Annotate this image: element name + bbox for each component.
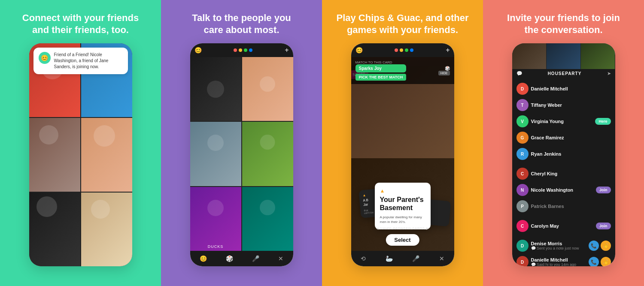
friend-sub-danielle-m2: 💬 Said hi to you 14m ago (531, 262, 586, 266)
pick-best-btn[interactable]: PICK THE BEST MATCH (355, 74, 407, 81)
badge-join-nicole[interactable]: Join (596, 187, 611, 193)
friend-grace-ramirez: G Grace Ramirez (512, 129, 615, 146)
strip-cell-2 (547, 43, 580, 69)
topbar-emoji-3: 😊 (355, 47, 363, 54)
friend-name-tiffany: Tiffany Weber (531, 102, 611, 108)
avatar-danielle-m2: D (516, 256, 529, 266)
friend-patrick-barnes: P Patrick Barnes (512, 198, 615, 214)
friend-info-danielle-m: Danielle Mitchell (531, 86, 611, 91)
strip-cell-1 (512, 43, 546, 69)
card-yellow-mark: ▲ (380, 188, 425, 194)
panel-4-title: Invite your friends to join the conversa… (507, 12, 620, 36)
topbar-dots-3 (395, 48, 413, 52)
avatar-denise: D (516, 240, 529, 252)
card-desc: A popular dwelling for many men in their… (380, 215, 425, 224)
dot-yellow (239, 48, 242, 52)
friend-carolyn-may: C Carolyn May Join (512, 218, 615, 234)
panel-1-title: Connect with your friends and their frie… (22, 12, 139, 36)
friend-info-carolyn: Carolyn May (531, 223, 593, 229)
friend-name-denise: Denise Morris (531, 241, 586, 246)
toolbar-swan[interactable]: 🦢 (386, 255, 393, 262)
call-cell-4 (242, 122, 293, 186)
divider-2 (512, 214, 615, 218)
friends-list: D Danielle Mitchell T Tiffany Weber V Vi… (512, 78, 615, 266)
phone-4: 💬 HOUSEPARTY ➤ D Danielle Mitchell T Tif… (512, 43, 615, 266)
video-cell-6 (81, 193, 132, 266)
call-cell-2 (242, 57, 293, 121)
danielle-m2-actions: 📞 👋 (589, 257, 611, 266)
friend-tiffany-weber: T Tiffany Weber (512, 97, 615, 113)
video-grid: 😊 Friend of a Friend! Nicole Washington,… (29, 43, 132, 266)
friend-virginia-young: V Virginia Young Here (512, 113, 615, 129)
strip-cell-3 (581, 43, 615, 69)
avatar-grace: G (516, 132, 529, 144)
select-btn[interactable]: Select (386, 234, 419, 246)
dot-green-3 (405, 48, 408, 52)
phone-toolbar-2: 😊 🎲 🎤 ✕ (190, 251, 293, 266)
topbar-plus-3[interactable]: + (446, 46, 450, 54)
friend-sub-denise: 💬 Sent you a note just now (531, 246, 586, 250)
danielle-m2-phone-btn[interactable]: 📞 (589, 257, 599, 266)
toolbar-close[interactable]: ✕ (278, 255, 283, 262)
danielle-m2-wave-btn[interactable]: 👋 (601, 257, 611, 266)
toolbar-rotate[interactable]: ⟲ (361, 255, 366, 262)
call-cell-3 (190, 122, 241, 186)
panel-connect: Connect with your friends and their frie… (0, 0, 161, 286)
friend-danielle-m2: D Danielle Mitchell 💬 Said hi to you 14m… (512, 254, 615, 266)
friend-denise-morris: D Denise Morris 💬 Sent you a note just n… (512, 238, 615, 254)
topbar-dots (234, 48, 252, 52)
panel-game: Play Chips & Guac, and other games with … (322, 0, 483, 286)
divider-1 (512, 162, 615, 166)
friend-info-denise: Denise Morris 💬 Sent you a note just now (531, 241, 586, 250)
toolbar-close-3[interactable]: ✕ (439, 255, 444, 262)
toolbar-dice[interactable]: 🎲 (226, 255, 233, 262)
divider-3 (512, 234, 615, 238)
avatar-patrick: P (516, 200, 529, 212)
friend-name-virginia: Virginia Young (531, 119, 593, 124)
friend-name-patrick: Patrick Barnes (531, 204, 611, 209)
phone-topbar-3: 😊 + (351, 43, 454, 57)
notif-text: Friend of a Friend! Nicole Washington, a… (54, 52, 123, 70)
dot-red-3 (395, 48, 398, 52)
panel-invite: Invite your friends to join the conversa… (483, 0, 644, 286)
game-top-bar: MATCH TO THIS CARD Sparks Joy PICK THE B… (351, 57, 454, 84)
friend-name-carolyn: Carolyn May (531, 223, 593, 229)
friend-name-grace: Grace Ramirez (531, 135, 611, 140)
card-white: ▲ Your Parent's Basement A popular dwell… (375, 183, 431, 229)
friend-info-virginia: Virginia Young (531, 119, 593, 124)
match-label: MATCH TO THIS CARD (355, 60, 407, 64)
swipe-label: ◀ SWIPE BETWEEN CARDS ▶ (376, 227, 428, 230)
toolbar-smiley[interactable]: 😊 (200, 255, 207, 262)
friend-ryan-jenkins: R Ryan Jenkins (512, 146, 615, 162)
toolbar-mic-3[interactable]: 🎤 (412, 255, 419, 262)
denise-phone-btn[interactable]: 📞 (589, 241, 599, 251)
panel-talk: Talk to the people you care about most. … (161, 0, 322, 286)
friend-name-nicole: Nicole Washington (531, 187, 593, 193)
panel-3-title: Play Chips & Guac, and other games with … (336, 12, 468, 36)
friend-name-danielle-m: Danielle Mitchell (531, 86, 611, 91)
phone-topbar-2: 😊 + (190, 43, 293, 57)
friend-info-danielle-m2: Danielle Mitchell 💬 Said hi to you 14m a… (531, 257, 586, 266)
friend-name-cheryl: Cheryl King (531, 171, 611, 176)
call-grid: DUCKS (190, 57, 293, 251)
friend-danielle-mitchell: D Danielle Mitchell (512, 81, 615, 97)
badge-here-virginia: Here (595, 118, 611, 125)
video-cell-4 (81, 118, 132, 192)
header-icon-left: 💬 (516, 71, 522, 76)
badge-join-carolyn[interactable]: Join (596, 223, 611, 229)
topbar-plus[interactable]: + (285, 46, 289, 54)
video-cell-3 (29, 118, 80, 192)
notification-bubble: 😊 Friend of a Friend! Nicole Washington,… (33, 48, 128, 74)
denise-wave-btn[interactable]: 👋 (601, 241, 611, 251)
topbar-emoji: 😊 (194, 47, 202, 54)
avatar-carolyn: C (516, 220, 529, 232)
friend-cheryl-king: C Cheryl King (512, 166, 615, 182)
hide-btn[interactable]: HIDE (438, 71, 450, 75)
avatar-tiffany: T (516, 99, 529, 111)
avatar-cheryl: C (516, 168, 529, 180)
sparks-joy-btn[interactable]: Sparks Joy (355, 64, 407, 72)
toolbar-mic[interactable]: 🎤 (252, 255, 259, 262)
denise-actions: 📞 👋 (589, 241, 611, 251)
friend-info-cheryl: Cheryl King (531, 171, 611, 176)
call-cell-5: DUCKS (190, 187, 241, 251)
